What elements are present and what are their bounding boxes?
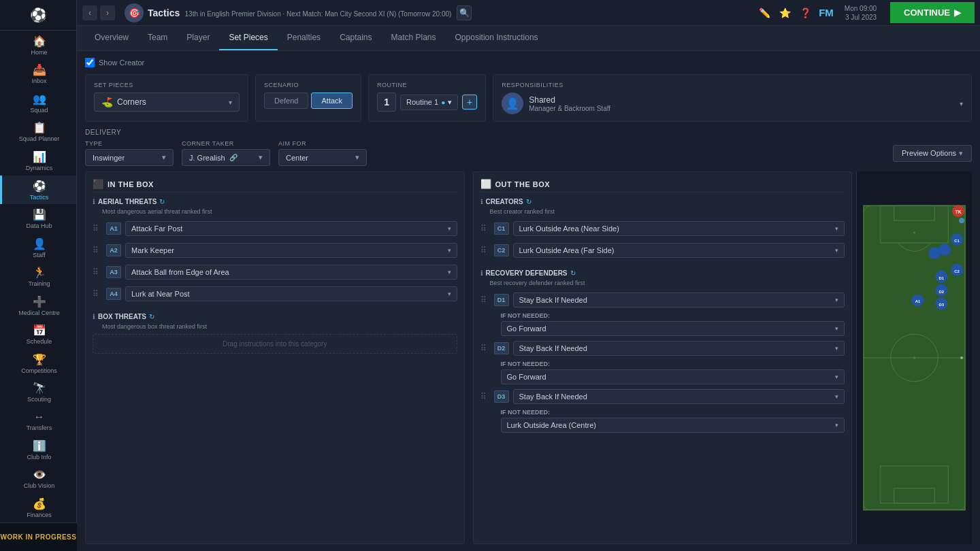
sidebar-item-tactics[interactable]: ⚽ Tactics	[0, 176, 76, 205]
chevron-down-icon: ▾	[835, 422, 838, 429]
set-pieces-panel: SET PIECES ⛳ Corners ▾	[85, 74, 248, 122]
datetime-display: Mon 09:00 3 Jul 2023	[845, 4, 877, 22]
corner-taker-value: J. Grealish	[189, 154, 225, 162]
squad-icon: 👥	[33, 93, 46, 105]
continue-button[interactable]: CONTINUE ▶	[890, 2, 975, 23]
resp-name: Shared	[529, 95, 610, 105]
if-not-needed-selector[interactable]: Go Forward ▾	[501, 321, 845, 336]
drag-handle[interactable]: ⠿	[93, 224, 102, 233]
row-selector[interactable]: Mark Keeper ▾	[125, 243, 457, 258]
row-badge: D1	[494, 294, 509, 306]
star-icon[interactable]: ⭐	[777, 5, 793, 21]
row-selector[interactable]: Stay Back If Needed ▾	[513, 341, 845, 356]
sidebar-item-staff[interactable]: 👤 Staff	[0, 233, 76, 263]
avatar: 👤	[502, 93, 523, 114]
table-row: ⠿ D2 Stay Back If Needed ▾	[480, 339, 845, 358]
fm-logo: FM	[819, 7, 834, 18]
show-creator-label: Show Creator	[99, 59, 144, 67]
forward-button[interactable]: ›	[100, 5, 115, 20]
topbar-navigation: ‹ ›	[82, 5, 115, 20]
tab-opposition[interactable]: Opposition Instructions	[446, 26, 548, 50]
drag-handle[interactable]: ⠿	[93, 289, 102, 299]
taker-link-icon: 🔗	[229, 154, 238, 161]
tab-set-pieces[interactable]: Set Pieces	[219, 26, 277, 50]
info-icon: ℹ	[93, 313, 95, 320]
sidebar-item-transfers[interactable]: ↔️ Transfers	[0, 407, 76, 435]
set-pieces-value: Corners	[117, 97, 146, 107]
row-selector[interactable]: Stay Back If Needed ▾	[513, 293, 845, 307]
tab-overview[interactable]: Overview	[85, 26, 138, 50]
set-pieces-selector[interactable]: ⛳ Corners ▾	[94, 93, 240, 112]
refresh-icon[interactable]: ↻	[526, 198, 532, 205]
aim-for-selector[interactable]: Center ▾	[278, 149, 367, 166]
sidebar-item-label: Training	[28, 280, 50, 287]
row-selector[interactable]: Stay Back If Needed ▾	[513, 389, 845, 404]
help-icon[interactable]: ❓	[797, 5, 813, 21]
row-selector[interactable]: Attack Far Post ▾	[125, 221, 457, 236]
if-not-needed-selector[interactable]: Lurk Outside Area (Centre) ▾	[501, 418, 845, 433]
sidebar-item-dynamics[interactable]: 📊 Dynamics	[0, 146, 76, 176]
recovery-defenders-section: ℹ RECOVERY DEFENDERS ↻ Best recovery def…	[480, 269, 845, 435]
sidebar-item-finances[interactable]: 💰 Finances	[0, 493, 76, 522]
sidebar-item-competitions[interactable]: 🏆 Competitions	[0, 349, 76, 378]
sidebar-item-home[interactable]: 🏠 Home	[0, 31, 76, 60]
sidebar-item-squad-planner[interactable]: 📋 Squad Planner	[0, 118, 76, 147]
row-badge: C1	[494, 222, 509, 235]
tab-player[interactable]: Player	[177, 26, 219, 50]
svg-point-12	[959, 218, 964, 223]
row-selector[interactable]: Lurk Outside Area (Far Side) ▾	[513, 243, 845, 258]
tab-team[interactable]: Team	[138, 26, 177, 50]
tab-captains[interactable]: Captains	[330, 26, 381, 50]
table-row: ⠿ C2 Lurk Outside Area (Far Side) ▾	[480, 241, 845, 260]
sidebar-item-schedule[interactable]: 📅 Schedule	[0, 320, 76, 349]
drag-handle[interactable]: ⠿	[480, 224, 490, 233]
refresh-icon[interactable]: ↻	[570, 269, 576, 277]
scenario-defend-button[interactable]: Defend	[264, 93, 308, 109]
chevron-down-icon: ▾	[448, 269, 451, 276]
search-button[interactable]: 🔍	[457, 5, 472, 20]
table-row: ⠿ A2 Mark Keeper ▾	[93, 241, 457, 260]
back-button[interactable]: ‹	[82, 5, 97, 20]
sidebar-item-squad[interactable]: 👥 Squad	[0, 88, 76, 118]
info-icon: ℹ	[480, 269, 483, 277]
chevron-down-icon: ▾	[448, 290, 451, 297]
chevron-down-icon: ▾	[960, 100, 963, 107]
drag-handle[interactable]: ⠿	[480, 392, 490, 401]
drag-handle[interactable]: ⠿	[93, 267, 102, 277]
sidebar-item-club-info[interactable]: ℹ️ Club Info	[0, 435, 76, 465]
type-selector[interactable]: Inswinger ▾	[85, 149, 174, 166]
preview-options-button[interactable]: Preview Options ▾	[893, 145, 972, 162]
refresh-icon[interactable]: ↻	[149, 313, 154, 320]
routine-add-button[interactable]: +	[462, 95, 477, 110]
chevron-down-icon: ▾	[959, 149, 963, 158]
drag-handle[interactable]: ⠿	[480, 295, 490, 305]
row-selector[interactable]: Lurk Outside Area (Near Side) ▾	[513, 221, 845, 236]
resp-info: Shared Manager & Backroom Staff	[529, 95, 610, 112]
tab-match-plans[interactable]: Match Plans	[382, 26, 446, 50]
refresh-icon[interactable]: ↻	[159, 198, 165, 205]
row-selector[interactable]: Attack Ball from Edge of Area ▾	[125, 265, 457, 280]
sidebar-item-medical[interactable]: ➕ Medical Centre	[0, 291, 76, 320]
sidebar-item-label: Inbox	[31, 78, 46, 84]
sidebar-item-data-hub[interactable]: 💾 Data Hub	[0, 204, 76, 233]
if-not-needed-d1: IF NOT NEEDED: Go Forward ▾	[501, 312, 845, 336]
sidebar-item-scouting[interactable]: 🔭 Scouting	[0, 378, 76, 407]
delivery-section: DELIVERY TYPE Inswinger ▾ CORNER TAKER J…	[85, 129, 972, 166]
sidebar-item-inbox[interactable]: 📥 Inbox	[0, 60, 76, 89]
row-selector[interactable]: Lurk at Near Post ▾	[125, 286, 457, 301]
edit-icon[interactable]: ✏️	[756, 5, 772, 21]
corner-taker-selector[interactable]: J. Grealish 🔗 ▾	[182, 149, 270, 166]
box-icon: ⬛	[93, 179, 103, 189]
tab-penalties[interactable]: Penalties	[278, 26, 330, 50]
drag-handle[interactable]: ⠿	[480, 344, 490, 353]
sidebar-item-club-vision[interactable]: 👁️ Club Vision	[0, 464, 76, 493]
drag-handle[interactable]: ⠿	[93, 246, 102, 255]
drag-handle[interactable]: ⠿	[480, 246, 490, 255]
if-not-needed-selector[interactable]: Go Forward ▾	[501, 369, 845, 384]
show-creator-checkbox[interactable]	[85, 58, 95, 67]
routine-selector[interactable]: Routine 1 ● ▾	[400, 95, 458, 110]
svg-text:D1: D1	[938, 276, 944, 280]
sidebar-item-training[interactable]: 🏃 Training	[0, 262, 76, 291]
scenario-attack-button[interactable]: Attack	[311, 93, 353, 109]
staff-icon: 👤	[33, 237, 46, 250]
